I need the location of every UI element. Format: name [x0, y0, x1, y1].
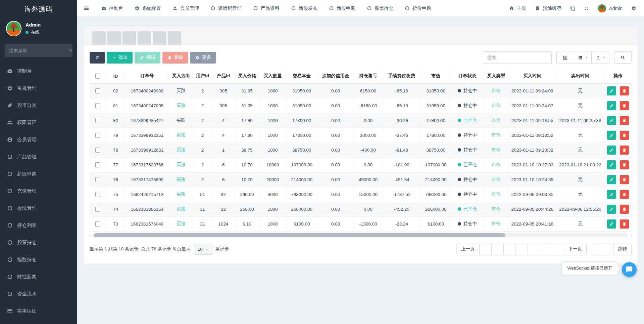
- scroll-left-icon[interactable]: [88, 233, 92, 237]
- language-button[interactable]: [566, 0, 580, 17]
- row-delete-button[interactable]: [620, 205, 629, 214]
- scrollbar-thumb[interactable]: [94, 233, 505, 237]
- row-edit-button[interactable]: [607, 160, 616, 169]
- edit-button[interactable]: 编辑: [135, 52, 160, 64]
- row-edit-button[interactable]: [607, 131, 616, 140]
- page-number-button[interactable]: [540, 243, 552, 255]
- page-number-button[interactable]: [479, 243, 492, 255]
- chat-button[interactable]: [622, 262, 637, 277]
- sidebar-item[interactable]: 常规管理: [0, 80, 77, 97]
- sidebar-item[interactable]: 持仓列表: [0, 217, 77, 234]
- row-checkbox[interactable]: [95, 207, 100, 212]
- status-tab[interactable]: [107, 31, 121, 45]
- fullscreen-button[interactable]: [580, 0, 593, 17]
- row-checkbox[interactable]: [95, 118, 100, 123]
- home-button[interactable]: 主页: [505, 0, 531, 17]
- topnav-item[interactable]: 新股申购: [323, 0, 361, 17]
- topnav-item[interactable]: 新股发布: [285, 0, 323, 17]
- sidebar-item[interactable]: 指数持仓: [0, 251, 77, 268]
- topnav-item[interactable]: 邀请码管理: [205, 0, 247, 17]
- row-delete-button[interactable]: [620, 116, 629, 125]
- clear-cache-button[interactable]: 清除缓存: [531, 0, 566, 17]
- page-number-button[interactable]: [528, 243, 540, 255]
- sidebar-item[interactable]: 控制台: [0, 63, 77, 80]
- sidebar-item[interactable]: 会员管理: [0, 131, 77, 148]
- sidebar-item[interactable]: 充值管理: [0, 183, 77, 200]
- status-tab[interactable]: [92, 31, 106, 45]
- scroll-right-icon[interactable]: [630, 233, 633, 237]
- sidebar-item[interactable]: 权限管理: [0, 114, 77, 131]
- row-checkbox[interactable]: [95, 177, 100, 182]
- sidebar-toggle-button[interactable]: [77, 0, 96, 17]
- row-delete-button[interactable]: [620, 160, 629, 169]
- status-tab[interactable]: [122, 31, 136, 45]
- row-delete-button[interactable]: [620, 146, 629, 155]
- table-search[interactable]: [483, 51, 552, 64]
- table-search-input[interactable]: [487, 55, 547, 60]
- topnav-item[interactable]: 会员管理: [167, 0, 205, 17]
- jump-page-input[interactable]: [591, 243, 610, 255]
- add-button[interactable]: 添加: [107, 52, 133, 64]
- sidebar-item[interactable]: 提现管理: [0, 200, 77, 217]
- sidebar-item[interactable]: 实名认证: [0, 302, 77, 320]
- delete-button[interactable]: 删除: [162, 52, 188, 64]
- sidebar-item[interactable]: 折价申购: [0, 320, 77, 324]
- sidebar-item[interactable]: 产品管理: [0, 148, 77, 165]
- row-checkbox[interactable]: [95, 103, 100, 108]
- export-button[interactable]: [592, 51, 609, 64]
- row-checkbox[interactable]: [95, 192, 100, 197]
- user-menu[interactable]: Admin: [593, 0, 627, 17]
- row-delete-button[interactable]: [620, 190, 629, 199]
- topnav-item[interactable]: 控制台: [96, 0, 129, 17]
- row-checkbox[interactable]: [95, 133, 100, 138]
- row-edit-button[interactable]: [607, 116, 616, 125]
- select-all-checkbox[interactable]: [95, 74, 100, 79]
- row-checkbox[interactable]: [95, 162, 100, 167]
- row-checkbox[interactable]: [95, 148, 100, 153]
- sidebar-item[interactable]: 新股申购: [0, 165, 77, 183]
- row-edit-button[interactable]: [607, 205, 616, 214]
- row-edit-button[interactable]: [607, 86, 616, 95]
- row-edit-button[interactable]: [607, 146, 616, 155]
- row-edit-button[interactable]: [607, 190, 616, 199]
- topnav-item[interactable]: 系统配置: [129, 0, 167, 17]
- detail-view-button[interactable]: [557, 51, 574, 64]
- status-tab[interactable]: [168, 31, 181, 45]
- status-tab[interactable]: [138, 31, 151, 45]
- page-number-button[interactable]: [515, 243, 528, 255]
- row-checkbox[interactable]: [95, 221, 100, 227]
- more-button[interactable]: 更多: [190, 52, 216, 64]
- topnav-item[interactable]: 产品资料: [247, 0, 285, 17]
- row-delete-button[interactable]: [620, 175, 629, 184]
- sidebar-search[interactable]: [5, 44, 72, 57]
- status-tab[interactable]: [153, 31, 166, 45]
- row-delete-button[interactable]: [620, 86, 629, 95]
- status-label: 持仓中: [463, 132, 477, 138]
- topnav-item[interactable]: 折价申购: [399, 0, 437, 17]
- sidebar-item[interactable]: 资金流水: [0, 285, 77, 302]
- next-page-button[interactable]: 下一页: [564, 243, 587, 255]
- cell-buy-type: 市价: [484, 202, 508, 216]
- row-delete-button[interactable]: [620, 101, 629, 110]
- row-edit-button[interactable]: [607, 101, 616, 110]
- refresh-button[interactable]: [90, 52, 105, 64]
- page-number-button[interactable]: [491, 243, 504, 255]
- prev-page-button[interactable]: 上一页: [456, 243, 480, 255]
- topnav-item[interactable]: 股票持仓: [361, 0, 399, 17]
- columns-button[interactable]: [574, 51, 592, 64]
- sidebar-item[interactable]: 财经新闻: [0, 268, 77, 285]
- advanced-search-button[interactable]: [614, 51, 632, 64]
- row-delete-button[interactable]: [620, 219, 629, 229]
- row-edit-button[interactable]: [607, 219, 616, 229]
- jump-button[interactable]: 跳转: [613, 243, 632, 255]
- row-delete-button[interactable]: [620, 131, 629, 140]
- page-number-button[interactable]: [503, 243, 516, 255]
- row-checkbox[interactable]: [95, 88, 100, 93]
- row-edit-button[interactable]: [607, 175, 616, 184]
- page-size-select[interactable]: 10: [194, 244, 212, 255]
- sidebar-search-input[interactable]: [9, 48, 68, 53]
- page-number-button[interactable]: [552, 243, 564, 255]
- settings-button[interactable]: [627, 0, 641, 17]
- sidebar-item[interactable]: 股票持仓: [0, 234, 77, 251]
- sidebar-item[interactable]: 股市分类: [0, 97, 77, 114]
